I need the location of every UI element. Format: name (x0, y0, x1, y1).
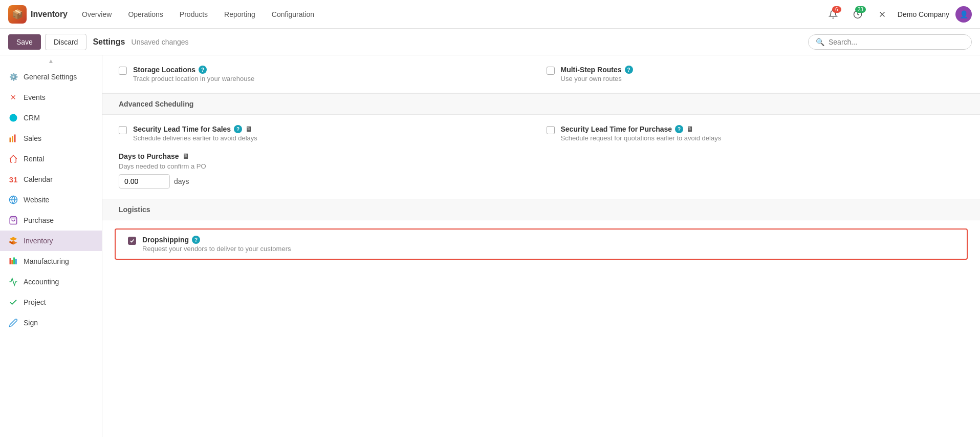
sidebar-label-project: Project (24, 298, 46, 306)
storage-locations-help-icon[interactable]: ? (199, 66, 207, 74)
security-lead-purchase-desc: Schedule request for quotations earlier … (561, 134, 964, 142)
notifications-button[interactable]: 6 (824, 5, 842, 24)
sidebar-label-crm: CRM (24, 114, 40, 122)
security-lead-sales-checkbox[interactable] (119, 126, 127, 134)
days-to-purchase-row: Days to Purchase 🖥 Days needed to confir… (102, 152, 980, 199)
svg-rect-14 (11, 260, 13, 264)
sidebar-item-sign[interactable]: Sign (0, 313, 102, 333)
sidebar-item-project[interactable]: Project (0, 292, 102, 313)
security-lead-sales-desc: Schedule deliveries earlier to avoid del… (133, 134, 536, 142)
clock-badge: 23 (855, 6, 866, 13)
sidebar-item-inventory[interactable]: Inventory (0, 231, 102, 251)
sign-icon (8, 318, 18, 328)
company-name: Demo Company (898, 10, 949, 18)
days-to-purchase-screen-icon: 🖥 (182, 152, 189, 160)
calendar-icon: 31 (8, 174, 18, 184)
topnav-right: 6 23 Demo Company 👤 (824, 5, 972, 24)
search-input[interactable] (829, 38, 964, 46)
dropshipping-help-icon[interactable]: ? (192, 236, 200, 244)
sidebar-item-website[interactable]: Website (0, 190, 102, 210)
notifications-badge: 6 (832, 6, 841, 13)
days-to-purchase-unit: days (174, 177, 189, 185)
sidebar-label-rental: Rental (24, 155, 44, 163)
svg-rect-13 (10, 258, 11, 264)
sidebar-item-purchase[interactable]: Purchase (0, 210, 102, 231)
nav-configuration[interactable]: Configuration (266, 7, 320, 22)
days-to-purchase-inline: days (119, 174, 964, 189)
nav-operations[interactable]: Operations (122, 7, 169, 22)
days-to-purchase-input[interactable] (119, 174, 170, 189)
dropshipping-desc: Request your vendors to deliver to your … (142, 245, 954, 253)
storage-locations-title: Storage Locations ? (133, 66, 536, 74)
toolbar: Save Discard Settings Unsaved changes 🔍 (0, 29, 980, 55)
sidebar-label-inventory: Inventory (24, 237, 53, 245)
security-lead-purchase-checkbox[interactable] (547, 126, 555, 134)
nav-overview[interactable]: Overview (76, 7, 118, 22)
sidebar-item-accounting[interactable]: Accounting (0, 272, 102, 292)
multi-step-routes-help-icon[interactable]: ? (625, 66, 633, 74)
sidebar-item-sales[interactable]: Sales (0, 128, 102, 149)
nav-products[interactable]: Products (173, 7, 214, 22)
sidebar-label-purchase: Purchase (24, 216, 54, 224)
dropshipping-title: Dropshipping ? (142, 236, 954, 244)
events-icon: ✕ (8, 92, 18, 102)
security-lead-purchase-help-icon[interactable]: ? (675, 125, 683, 133)
nav-reporting[interactable]: Reporting (218, 7, 262, 22)
sidebar-item-manufacturing[interactable]: Manufacturing (0, 251, 102, 272)
storage-locations-checkbox[interactable] (119, 67, 127, 75)
dropshipping-checkbox[interactable] (128, 237, 136, 245)
unsaved-changes: Unsaved changes (132, 38, 189, 46)
manufacturing-icon (8, 256, 18, 266)
sidebar-item-rental[interactable]: Rental (0, 149, 102, 169)
website-icon (8, 195, 18, 205)
sidebar-label-general-settings: General Settings (24, 73, 77, 81)
topnav: 📦 Inventory Overview Operations Products… (0, 0, 980, 29)
sidebar-label-manufacturing: Manufacturing (24, 257, 69, 265)
sidebar-label-sales: Sales (24, 134, 41, 142)
sidebar-label-website: Website (24, 196, 49, 204)
multi-step-routes-title: Multi-Step Routes ? (561, 66, 964, 74)
days-to-purchase-desc: Days needed to confirm a PO (119, 162, 964, 170)
sidebar-label-calendar: Calendar (24, 175, 53, 183)
logistics-header: Logistics (102, 199, 980, 220)
multi-step-routes-desc: Use your own routes (561, 75, 964, 82)
svg-point-3 (10, 114, 17, 122)
sidebar-item-events[interactable]: ✕ Events (0, 87, 102, 108)
app-icon[interactable]: 📦 (8, 5, 27, 24)
sidebar: ▲ ⚙️ General Settings ✕ Events CRM Sales… (0, 55, 102, 437)
dropshipping-content: Dropshipping ? Request your vendors to d… (142, 236, 954, 253)
sidebar-item-calendar[interactable]: 31 Calendar (0, 169, 102, 190)
search-icon: 🔍 (816, 38, 824, 46)
dropshipping-item: Dropshipping ? Request your vendors to d… (115, 228, 968, 260)
multi-step-routes-checkbox[interactable] (547, 67, 555, 75)
security-lead-time-row: Security Lead Time for Sales ? 🖥 Schedul… (102, 115, 980, 152)
sidebar-item-crm[interactable]: CRM (0, 108, 102, 128)
user-avatar[interactable]: 👤 (955, 6, 972, 23)
storage-locations-content: Storage Locations ? Track product locati… (133, 66, 536, 82)
svg-rect-15 (13, 258, 15, 265)
storage-locations-desc: Track product location in your warehouse (133, 75, 536, 82)
svg-rect-4 (10, 138, 11, 142)
discard-button[interactable]: Discard (45, 34, 86, 50)
svg-rect-6 (14, 135, 16, 142)
general-settings-icon: ⚙️ (8, 72, 18, 82)
advanced-scheduling-header: Advanced Scheduling (102, 93, 980, 115)
security-lead-purchase-content: Security Lead Time for Purchase ? 🖥 Sche… (561, 125, 964, 142)
inventory-icon (8, 236, 18, 246)
sidebar-item-general-settings[interactable]: ⚙️ General Settings (0, 67, 102, 87)
svg-marker-10 (10, 237, 17, 241)
sidebar-label-sign: Sign (24, 319, 38, 327)
sidebar-label-events: Events (24, 93, 46, 101)
search-box[interactable]: 🔍 (808, 34, 972, 50)
save-button[interactable]: Save (8, 34, 41, 50)
security-lead-sales-help-icon[interactable]: ? (234, 125, 242, 133)
close-icon[interactable] (873, 5, 891, 24)
multi-step-routes-content: Multi-Step Routes ? Use your own routes (561, 66, 964, 82)
content-area: Storage Locations ? Track product locati… (102, 55, 980, 437)
sidebar-scroll-up: ▲ (0, 55, 102, 67)
page-title: Settings (93, 37, 125, 47)
security-lead-purchase-setting: Security Lead Time for Purchase ? 🖥 Sche… (547, 125, 964, 142)
storage-locations-setting: Storage Locations ? Track product locati… (119, 66, 536, 82)
clock-button[interactable]: 23 (848, 5, 867, 24)
sales-icon (8, 133, 18, 143)
